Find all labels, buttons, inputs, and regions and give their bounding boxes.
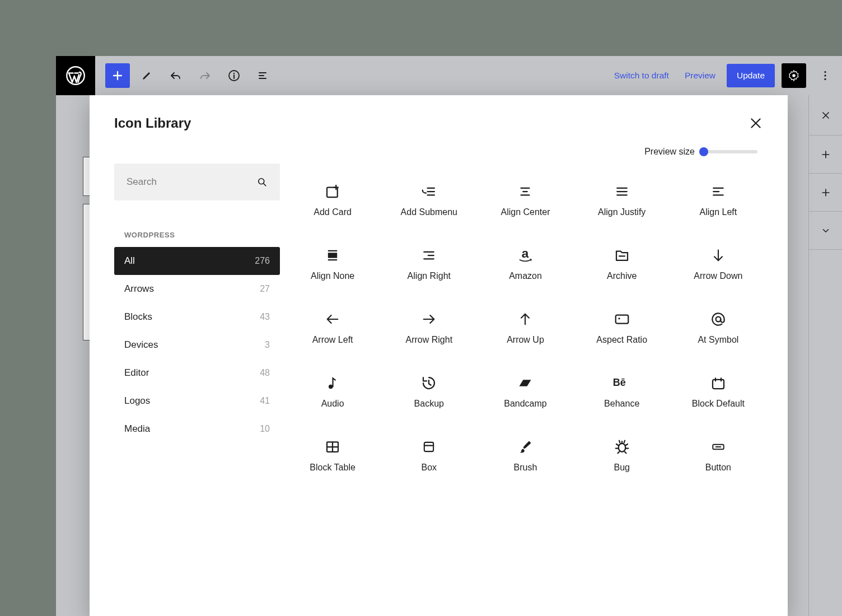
icon-label: At Symbol bbox=[698, 335, 738, 345]
icon-tile-amazon[interactable]: aAmazon bbox=[484, 240, 567, 281]
icon-tile-arrow-right[interactable]: Arrow Right bbox=[387, 304, 470, 345]
at-symbol-icon bbox=[710, 304, 727, 335]
more-button[interactable] bbox=[813, 63, 838, 88]
svg-point-3 bbox=[792, 74, 796, 77]
search-input[interactable] bbox=[127, 176, 256, 188]
align-right-icon bbox=[420, 240, 437, 271]
icon-tile-arrow-down[interactable]: Arrow Down bbox=[677, 240, 760, 281]
icon-label: Bandcamp bbox=[504, 399, 547, 409]
icon-label: Box bbox=[422, 463, 437, 473]
icon-tile-at-symbol[interactable]: At Symbol bbox=[677, 304, 760, 345]
icon-tile-box[interactable]: Box bbox=[387, 431, 470, 473]
sidebar-collapse-row[interactable] bbox=[809, 212, 842, 250]
close-button[interactable] bbox=[749, 116, 763, 130]
icon-tile-backup[interactable]: Backup bbox=[387, 367, 470, 409]
button-icon bbox=[710, 431, 727, 463]
category-item-media[interactable]: Media10 bbox=[114, 415, 280, 443]
block-default-icon bbox=[710, 367, 727, 399]
icon-label: Add Card bbox=[314, 207, 352, 217]
svg-rect-9 bbox=[328, 253, 337, 258]
icon-tile-align-center[interactable]: Align Center bbox=[484, 176, 567, 217]
wordpress-logo[interactable] bbox=[56, 56, 95, 95]
sidebar-add-row[interactable] bbox=[809, 136, 842, 174]
icon-label: Align None bbox=[311, 271, 354, 281]
icon-label: Arrow Right bbox=[406, 335, 453, 345]
icon-label: Backup bbox=[414, 399, 444, 409]
icon-tile-align-none[interactable]: Align None bbox=[291, 240, 374, 281]
edit-tool-button[interactable] bbox=[134, 63, 159, 88]
preview-button[interactable]: Preview bbox=[680, 65, 720, 86]
behance-icon: Bē bbox=[612, 367, 632, 399]
arrow-down-icon bbox=[710, 240, 726, 271]
svg-rect-16 bbox=[713, 380, 724, 389]
brush-icon bbox=[517, 431, 533, 463]
info-button[interactable] bbox=[222, 63, 246, 88]
search-box[interactable] bbox=[114, 164, 280, 200]
icon-tile-block-default[interactable]: Block Default bbox=[677, 367, 760, 409]
align-center-icon bbox=[517, 176, 534, 207]
svg-rect-18 bbox=[424, 442, 433, 451]
icon-tile-add-submenu[interactable]: Add Submenu bbox=[387, 176, 470, 217]
icon-label: Align Left bbox=[700, 207, 737, 217]
icon-label: Align Center bbox=[500, 207, 550, 217]
editor-top-bar: Switch to draft Preview Update bbox=[56, 56, 842, 95]
slider-thumb[interactable] bbox=[699, 147, 708, 156]
category-item-all[interactable]: All276 bbox=[114, 247, 280, 275]
icon-label: Audio bbox=[321, 399, 344, 409]
icon-tile-brush[interactable]: Brush bbox=[484, 431, 567, 473]
icon-tile-align-right[interactable]: Align Right bbox=[387, 240, 470, 281]
icon-tile-bandcamp[interactable]: Bandcamp bbox=[484, 367, 567, 409]
undo-button[interactable] bbox=[163, 63, 188, 88]
sidebar-add-row[interactable] bbox=[809, 174, 842, 212]
category-item-arrows[interactable]: Arrows27 bbox=[114, 275, 280, 303]
aspect-ratio-icon bbox=[614, 304, 630, 335]
category-label: Media bbox=[124, 423, 150, 435]
icon-label: Align Justify bbox=[598, 207, 645, 217]
redo-button[interactable] bbox=[193, 63, 217, 88]
add-submenu-icon bbox=[420, 176, 437, 207]
settings-button[interactable] bbox=[782, 63, 806, 88]
icon-tile-audio[interactable]: Audio bbox=[291, 367, 374, 409]
add-block-button[interactable] bbox=[105, 63, 130, 88]
icon-tile-align-left[interactable]: Align Left bbox=[677, 176, 760, 217]
icon-library-modal: Icon Library WORDPRESS All276Arrows27Blo… bbox=[90, 95, 788, 616]
preview-size-slider[interactable] bbox=[703, 150, 757, 153]
icon-label: Arrow Left bbox=[312, 335, 353, 345]
category-sidebar: WORDPRESS All276Arrows27Blocks43Devices3… bbox=[90, 139, 258, 616]
icon-tile-archive[interactable]: Archive bbox=[581, 240, 663, 281]
block-table-icon bbox=[324, 431, 341, 463]
icon-tile-behance[interactable]: BēBehance bbox=[581, 367, 663, 409]
icon-tile-align-justify[interactable]: Align Justify bbox=[581, 176, 663, 217]
category-item-editor[interactable]: Editor48 bbox=[114, 359, 280, 387]
svg-point-12 bbox=[618, 318, 620, 319]
icon-label: Aspect Ratio bbox=[596, 335, 647, 345]
icon-tile-block-table[interactable]: Block Table bbox=[291, 431, 374, 473]
category-item-devices[interactable]: Devices3 bbox=[114, 331, 280, 359]
category-item-logos[interactable]: Logos41 bbox=[114, 387, 280, 415]
icon-tile-arrow-up[interactable]: Arrow Up bbox=[484, 304, 567, 345]
icon-label: Amazon bbox=[509, 271, 542, 281]
icon-tile-add-card[interactable]: Add Card bbox=[291, 176, 374, 217]
update-button[interactable]: Update bbox=[727, 64, 775, 87]
icon-grid-area: Preview size Add CardAdd SubmenuAlign Ce… bbox=[258, 139, 788, 616]
icon-tile-bug[interactable]: Bug bbox=[581, 431, 663, 473]
backup-icon bbox=[420, 367, 437, 399]
icon-tile-arrow-left[interactable]: Arrow Left bbox=[291, 304, 374, 345]
category-label: Arrows bbox=[124, 283, 154, 295]
sidebar-close-button[interactable] bbox=[809, 95, 842, 136]
icon-label: Button bbox=[705, 463, 731, 473]
category-label: Blocks bbox=[124, 311, 152, 323]
icon-label: Block Table bbox=[310, 463, 355, 473]
icon-tile-aspect-ratio[interactable]: Aspect Ratio bbox=[581, 304, 663, 345]
category-item-blocks[interactable]: Blocks43 bbox=[114, 303, 280, 331]
outline-button[interactable] bbox=[251, 63, 275, 88]
icon-tile-button[interactable]: Button bbox=[677, 431, 760, 473]
svg-text:Bē: Bē bbox=[612, 377, 625, 388]
switch-to-draft-button[interactable]: Switch to draft bbox=[610, 65, 673, 86]
category-label: Editor bbox=[124, 367, 149, 379]
arrow-up-icon bbox=[517, 304, 533, 335]
arrow-right-icon bbox=[421, 304, 437, 335]
svg-point-14 bbox=[329, 385, 333, 389]
icon-label: Block Default bbox=[692, 399, 745, 409]
svg-point-13 bbox=[716, 317, 721, 322]
